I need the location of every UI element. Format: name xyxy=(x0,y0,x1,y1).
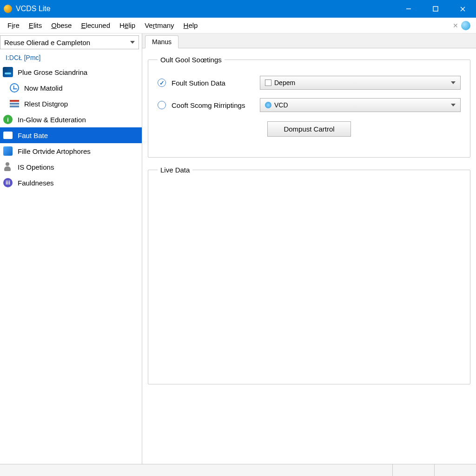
sidebar-item-label: In-Glow & Eduteration xyxy=(18,116,86,124)
dropdown-value: VCD xyxy=(274,101,288,109)
sidebar-item-faut-bate[interactable]: Faut Bate xyxy=(0,127,142,143)
info-green-icon: i xyxy=(3,114,13,125)
person-icon xyxy=(3,162,13,172)
chevron-down-icon xyxy=(130,41,135,44)
sidebar-item-label: Fauldneses xyxy=(18,179,54,187)
close-panel-icon[interactable]: ✕ xyxy=(453,22,458,29)
svg-rect-1 xyxy=(433,7,438,11)
sidebar-item-label: Rlest Distgrop xyxy=(24,100,68,108)
option-label: Foult Sution Data xyxy=(172,79,260,87)
minimize-button[interactable] xyxy=(395,0,422,18)
body: Reuse Olierad e Campleton I:DCŁ [Pmc] Pl… xyxy=(0,33,476,464)
tree-header: I:DCŁ [Pmc] xyxy=(0,51,142,64)
info-purple-icon: iii xyxy=(3,178,13,188)
sidebar-item-rlest-distgrop[interactable]: Rlest Distgrop xyxy=(0,96,142,112)
dropdown-value: Depem xyxy=(274,79,295,86)
status-dot-icon[interactable] xyxy=(461,21,470,30)
document-small-icon xyxy=(265,79,271,86)
sidebar-item-fille-ortvide[interactable]: Fille Ortvide Artophores xyxy=(0,143,142,159)
chevron-down-icon xyxy=(451,104,456,106)
radio-foult-sution[interactable] xyxy=(158,79,166,87)
option-label: Cooft Scomg Rirriptings xyxy=(172,101,260,109)
dropdown-vcd[interactable]: VCD xyxy=(260,98,461,112)
option-foult-sution: Foult Sution Data Depem xyxy=(158,76,461,90)
menu-fire[interactable]: Fire xyxy=(3,19,24,32)
tabstrip: Manus xyxy=(142,33,476,48)
content-panel: Manus Oult Gool Soœtings Foult Sution Da… xyxy=(142,33,476,464)
menu-elecuned[interactable]: Elecuned xyxy=(76,19,115,32)
radio-cooft-scomg[interactable] xyxy=(158,101,166,109)
live-data-group: Live Data xyxy=(148,166,470,384)
menu-help[interactable]: Help xyxy=(179,19,203,32)
sidebar: Reuse Olierad e Campleton I:DCŁ [Pmc] Pl… xyxy=(0,33,142,464)
sidebar-item-in-glow[interactable]: i In-Glow & Eduteration xyxy=(0,112,142,127)
module-icon xyxy=(3,146,13,156)
window-title: VCDS Lite xyxy=(16,5,395,13)
sidebar-item-label: Fille Ortvide Artophores xyxy=(18,147,91,155)
status-cell-1 xyxy=(392,464,434,476)
menu-obese[interactable]: Obese xyxy=(46,19,76,32)
sidebar-selector-value: Reuse Olierad e Campleton xyxy=(4,39,90,46)
menu-helip[interactable]: Hëlip xyxy=(115,19,140,32)
sidebar-item-fauldneses[interactable]: iii Fauldneses xyxy=(0,175,142,191)
status-cell-2 xyxy=(434,464,476,476)
settings-legend: Oult Gool Soœtings xyxy=(158,56,225,64)
action-row: Dompust Cartrol xyxy=(158,121,461,137)
tab-manus[interactable]: Manus xyxy=(145,35,178,48)
stack-icon xyxy=(9,99,20,109)
car-icon xyxy=(3,67,13,77)
sidebar-item-is-opetions[interactable]: IS Opetions xyxy=(0,159,142,175)
sidebar-item-label: IS Opetions xyxy=(18,163,54,171)
window-controls xyxy=(395,0,476,18)
settings-group: Oult Gool Soœtings Foult Sution Data Dep… xyxy=(148,56,470,158)
content-inner: Oult Gool Soœtings Foult Sution Data Dep… xyxy=(142,48,476,464)
live-data-legend: Live Data xyxy=(158,166,192,174)
dompust-cartrol-button[interactable]: Dompust Cartrol xyxy=(267,121,350,137)
close-button[interactable] xyxy=(449,0,476,18)
vcd-icon xyxy=(265,102,271,108)
sidebar-item-plue-grose[interactable]: Plue Grose Sciandrina xyxy=(0,64,142,80)
clock-icon xyxy=(9,83,20,93)
sidebar-selector[interactable]: Reuse Olierad e Campleton xyxy=(0,35,139,49)
sidebar-item-label: Now Matolid xyxy=(24,84,63,92)
chevron-down-icon xyxy=(451,81,456,84)
sidebar-item-label: Plue Grose Sciandrina xyxy=(18,68,87,76)
menu-vertmany[interactable]: Vertmany xyxy=(140,19,178,32)
menu-elits[interactable]: Elits xyxy=(24,19,46,32)
titlebar: VCDS Lite xyxy=(0,0,476,18)
dropdown-depem[interactable]: Depem xyxy=(260,76,461,90)
sidebar-item-now-matolid[interactable]: Now Matolid xyxy=(0,80,142,96)
menubar: Fire Elits Obese Elecuned Hëlip Vertmany… xyxy=(0,18,476,33)
maximize-button[interactable] xyxy=(422,0,449,18)
document-icon xyxy=(3,130,13,140)
option-cooft-scomg: Cooft Scomg Rirriptings VCD xyxy=(158,98,461,112)
sidebar-item-label: Faut Bate xyxy=(18,132,48,139)
app-icon xyxy=(4,5,12,13)
statusbar xyxy=(0,464,476,476)
